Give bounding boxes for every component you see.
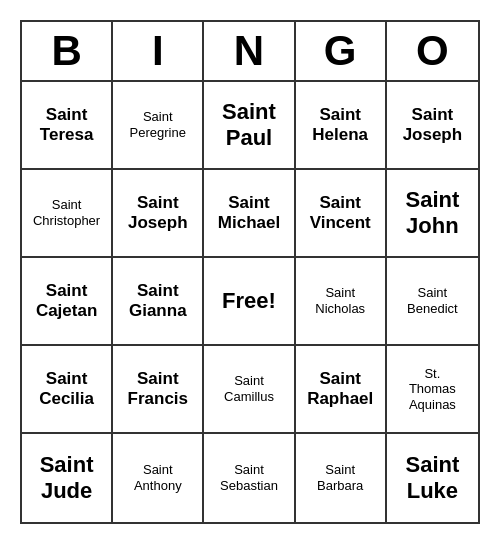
cell-label: SaintHelena: [312, 105, 368, 146]
bingo-cell: SaintRaphael: [296, 346, 387, 434]
bingo-cell: SaintHelena: [296, 82, 387, 170]
bingo-header: BINGO: [22, 22, 478, 82]
bingo-cell: SaintJoseph: [387, 82, 478, 170]
bingo-cell: SaintCajetan: [22, 258, 113, 346]
bingo-card: BINGO SaintTeresaSaintPeregrineSaintPaul…: [20, 20, 480, 524]
cell-label: St.ThomasAquinas: [409, 366, 456, 413]
cell-label: SaintNicholas: [315, 285, 365, 316]
bingo-header-letter: I: [113, 22, 204, 80]
bingo-cell: SaintLuke: [387, 434, 478, 522]
cell-label: SaintRaphael: [307, 369, 373, 410]
bingo-grid: SaintTeresaSaintPeregrineSaintPaulSaintH…: [22, 82, 478, 522]
bingo-cell: SaintPaul: [204, 82, 295, 170]
bingo-cell: St.ThomasAquinas: [387, 346, 478, 434]
bingo-header-letter: G: [296, 22, 387, 80]
cell-label: SaintJude: [40, 452, 94, 505]
cell-label: SaintLuke: [405, 452, 459, 505]
cell-label: SaintGianna: [129, 281, 187, 322]
bingo-cell: Free!: [204, 258, 295, 346]
cell-label: SaintBenedict: [407, 285, 458, 316]
cell-label: SaintChristopher: [33, 197, 100, 228]
cell-label: SaintPaul: [222, 99, 276, 152]
bingo-cell: SaintPeregrine: [113, 82, 204, 170]
cell-label: SaintCamillus: [224, 373, 274, 404]
bingo-header-letter: O: [387, 22, 478, 80]
cell-label: SaintJoseph: [403, 105, 463, 146]
bingo-cell: SaintVincent: [296, 170, 387, 258]
bingo-cell: SaintBenedict: [387, 258, 478, 346]
bingo-cell: SaintFrancis: [113, 346, 204, 434]
bingo-cell: SaintBarbara: [296, 434, 387, 522]
bingo-cell: SaintNicholas: [296, 258, 387, 346]
bingo-cell: SaintJude: [22, 434, 113, 522]
cell-label: SaintPeregrine: [130, 109, 186, 140]
cell-label: SaintSebastian: [220, 462, 278, 493]
cell-label: SaintFrancis: [128, 369, 188, 410]
cell-label: Free!: [222, 288, 276, 314]
bingo-cell: SaintCamillus: [204, 346, 295, 434]
cell-label: SaintCajetan: [36, 281, 97, 322]
cell-label: SaintAnthony: [134, 462, 182, 493]
cell-label: SaintJohn: [405, 187, 459, 240]
bingo-cell: SaintCecilia: [22, 346, 113, 434]
cell-label: SaintVincent: [310, 193, 371, 234]
bingo-cell: SaintTeresa: [22, 82, 113, 170]
cell-label: SaintJoseph: [128, 193, 188, 234]
bingo-cell: SaintGianna: [113, 258, 204, 346]
bingo-cell: SaintMichael: [204, 170, 295, 258]
bingo-cell: SaintJoseph: [113, 170, 204, 258]
bingo-cell: SaintJohn: [387, 170, 478, 258]
cell-label: SaintBarbara: [317, 462, 363, 493]
cell-label: SaintTeresa: [40, 105, 94, 146]
bingo-header-letter: N: [204, 22, 295, 80]
bingo-cell: SaintChristopher: [22, 170, 113, 258]
cell-label: SaintMichael: [218, 193, 280, 234]
bingo-cell: SaintSebastian: [204, 434, 295, 522]
cell-label: SaintCecilia: [39, 369, 94, 410]
bingo-cell: SaintAnthony: [113, 434, 204, 522]
bingo-header-letter: B: [22, 22, 113, 80]
